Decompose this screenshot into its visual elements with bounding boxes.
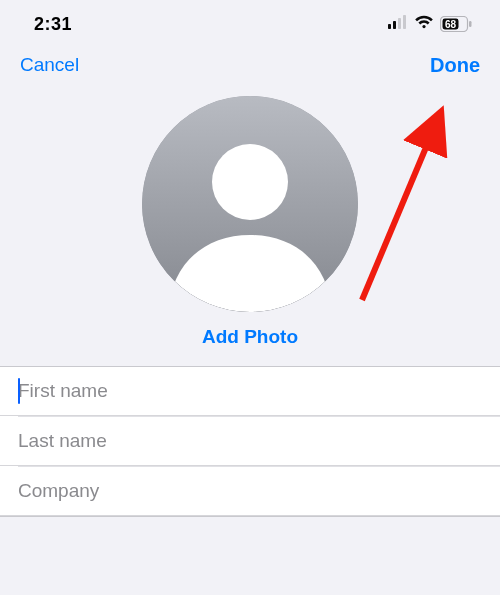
first-name-row[interactable] — [0, 367, 500, 416]
svg-point-9 — [212, 144, 288, 220]
avatar-placeholder[interactable] — [142, 96, 358, 312]
done-button[interactable]: Done — [430, 54, 480, 77]
person-icon — [142, 96, 358, 312]
company-row[interactable] — [0, 467, 500, 516]
photo-section: Add Photo — [0, 88, 500, 366]
first-name-input[interactable] — [18, 380, 500, 402]
last-name-input[interactable] — [18, 430, 500, 452]
wifi-icon — [414, 15, 434, 33]
company-input[interactable] — [18, 480, 500, 502]
cancel-button[interactable]: Cancel — [20, 54, 79, 76]
battery-icon: 68 — [440, 16, 472, 32]
battery-percent-text: 68 — [445, 19, 457, 30]
contact-fields — [0, 366, 500, 517]
nav-bar: Cancel Done — [0, 48, 500, 88]
add-photo-button[interactable]: Add Photo — [202, 326, 298, 348]
screen: { "status": { "time": "2:31", "battery_p… — [0, 0, 500, 595]
divider — [0, 516, 500, 517]
svg-rect-1 — [393, 21, 396, 29]
cellular-icon — [388, 15, 408, 33]
last-name-row[interactable] — [0, 417, 500, 466]
svg-rect-2 — [398, 18, 401, 29]
svg-rect-3 — [403, 15, 406, 29]
text-caret — [18, 378, 20, 404]
status-time: 2:31 — [34, 14, 72, 35]
svg-rect-6 — [469, 21, 472, 27]
svg-rect-0 — [388, 24, 391, 29]
status-bar: 2:31 68 — [0, 0, 500, 48]
status-indicators: 68 — [388, 15, 472, 33]
